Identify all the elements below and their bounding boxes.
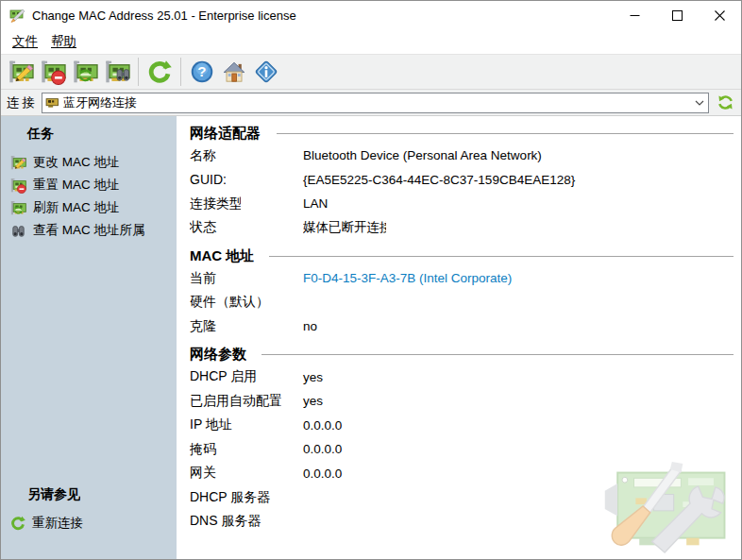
section-title: MAC 地址 bbox=[190, 247, 254, 265]
info-row-mask: 掩码 0.0.0.0 bbox=[190, 437, 741, 462]
home-icon bbox=[222, 59, 246, 84]
lookup-mac-button[interactable] bbox=[101, 57, 133, 87]
info-row-gateway: 网关 0.0.0.0 bbox=[190, 462, 741, 486]
info-row-autoconfig: 已启用自动配置 yes bbox=[190, 389, 741, 414]
toolbar-separator bbox=[138, 58, 139, 86]
close-button[interactable] bbox=[699, 1, 741, 29]
sidebar-item-label: 查看 MAC 地址所属 bbox=[33, 222, 145, 239]
about-icon bbox=[254, 59, 278, 84]
maximize-button[interactable] bbox=[656, 1, 699, 29]
reconnect-icon bbox=[10, 516, 25, 531]
mac-address-link[interactable]: F0-D4-15-3F-A3-7B (Intel Corporate) bbox=[303, 271, 512, 285]
section-rule bbox=[269, 256, 734, 257]
sidebar-item-lookup-mac[interactable]: 查看 MAC 地址所属 bbox=[1, 219, 177, 242]
menu-help[interactable]: 帮助 bbox=[44, 30, 83, 53]
maximize-icon bbox=[672, 10, 683, 21]
home-button[interactable] bbox=[218, 57, 250, 87]
sidebar-spacer bbox=[1, 242, 177, 483]
reset-mac-button[interactable] bbox=[37, 57, 69, 87]
binoculars-icon bbox=[10, 223, 26, 239]
main-panel: 网络适配器 名称 Bluetooth Device (Personal Area… bbox=[177, 116, 741, 559]
section-header-params: 网络参数 bbox=[190, 345, 741, 365]
connection-selected: 蓝牙网络连接 bbox=[63, 94, 691, 111]
about-button[interactable] bbox=[250, 57, 282, 87]
info-row-name: 名称 Bluetooth Device (Personal Area Netwo… bbox=[190, 144, 741, 168]
app-window: Change MAC Address 25.01 - Enterprise li… bbox=[0, 0, 742, 560]
connection-combobox[interactable]: 蓝牙网络连接 bbox=[42, 93, 709, 113]
change-mac-button[interactable] bbox=[5, 57, 37, 87]
refresh-connections-button[interactable] bbox=[713, 92, 737, 114]
info-row-dhcp-server: DHCP 服务器 bbox=[190, 485, 741, 510]
info-row-connection-type: 连接类型 LAN bbox=[190, 192, 741, 216]
sidebar-item-reconnect[interactable]: 重新连接 bbox=[1, 512, 177, 535]
see-also-header: 另请参见 bbox=[27, 486, 177, 503]
info-row-clone-mac: 克隆 no bbox=[190, 314, 741, 339]
info-row-guid: GUID: {EA5E5225-C364-44EC-8C37-159CB4EAE… bbox=[190, 168, 741, 193]
section-header-mac: MAC 地址 bbox=[190, 246, 741, 266]
info-row-status: 状态 媒体已断开连接 bbox=[190, 216, 741, 241]
info-row-hardware-mac: 硬件（默认） bbox=[190, 291, 741, 315]
sidebar-item-label: 刷新 MAC 地址 bbox=[33, 199, 120, 216]
window-title: Change MAC Address 25.01 - Enterprise li… bbox=[32, 8, 614, 23]
info-row-current-mac: 当前 F0-D4-15-3F-A3-7B (Intel Corporate) bbox=[190, 266, 741, 291]
reconnect-toolbar-button[interactable] bbox=[143, 57, 176, 87]
section-header-adapter: 网络适配器 bbox=[190, 123, 741, 144]
info-row-ip: IP 地址 0.0.0.0 bbox=[190, 414, 741, 438]
sidebar-item-change-mac[interactable]: 更改 MAC 地址 bbox=[1, 151, 177, 174]
sidebar: 任务 更改 MAC 地址 重置 MAC 地址 刷新 MAC 地址 查看 MAC … bbox=[1, 116, 177, 559]
section-title: 网络参数 bbox=[190, 346, 246, 364]
toolbar bbox=[1, 54, 741, 90]
sidebar-item-label: 重新连接 bbox=[32, 515, 83, 532]
nic-reset-icon bbox=[10, 178, 26, 194]
nic-reset-icon bbox=[41, 59, 66, 85]
minimize-icon bbox=[630, 10, 640, 21]
chevron-down-icon[interactable] bbox=[691, 93, 708, 112]
section-title: 网络适配器 bbox=[190, 125, 261, 143]
section-rule bbox=[261, 354, 734, 355]
minimize-button[interactable] bbox=[614, 1, 656, 29]
menu-file[interactable]: 文件 bbox=[6, 30, 44, 53]
connection-row: 连接 蓝牙网络连接 bbox=[1, 90, 741, 116]
nic-edit-icon bbox=[8, 59, 34, 85]
sidebar-item-label: 更改 MAC 地址 bbox=[33, 154, 120, 171]
tasks-header: 任务 bbox=[27, 126, 177, 143]
nic-lookup-icon bbox=[105, 59, 130, 85]
app-icon bbox=[8, 8, 25, 23]
info-row-dhcp-enabled: DHCP 启用 yes bbox=[190, 365, 741, 390]
sidebar-item-refresh-mac[interactable]: 刷新 MAC 地址 bbox=[1, 196, 177, 219]
connection-label: 连接 bbox=[7, 94, 38, 111]
refresh-icon bbox=[147, 59, 172, 84]
nic-edit-icon bbox=[10, 155, 26, 171]
help-icon bbox=[190, 59, 214, 84]
close-icon bbox=[715, 10, 725, 21]
body: 任务 更改 MAC 地址 重置 MAC 地址 刷新 MAC 地址 查看 MAC … bbox=[1, 116, 741, 559]
sidebar-item-label: 重置 MAC 地址 bbox=[33, 177, 120, 194]
nic-refresh-icon bbox=[73, 59, 98, 85]
swap-refresh-icon bbox=[717, 93, 734, 111]
info-row-dns-server: DNS 服务器 bbox=[190, 510, 741, 535]
sidebar-item-reset-mac[interactable]: 重置 MAC 地址 bbox=[1, 174, 177, 196]
section-rule bbox=[277, 133, 734, 134]
nic-small-icon bbox=[45, 95, 59, 110]
nic-refresh-icon bbox=[10, 200, 26, 216]
refresh-mac-button[interactable] bbox=[69, 57, 101, 87]
menu-bar: 文件 帮助 bbox=[1, 29, 741, 54]
title-bar: Change MAC Address 25.01 - Enterprise li… bbox=[1, 1, 741, 29]
help-button[interactable] bbox=[186, 57, 218, 87]
toolbar-separator bbox=[180, 58, 181, 86]
